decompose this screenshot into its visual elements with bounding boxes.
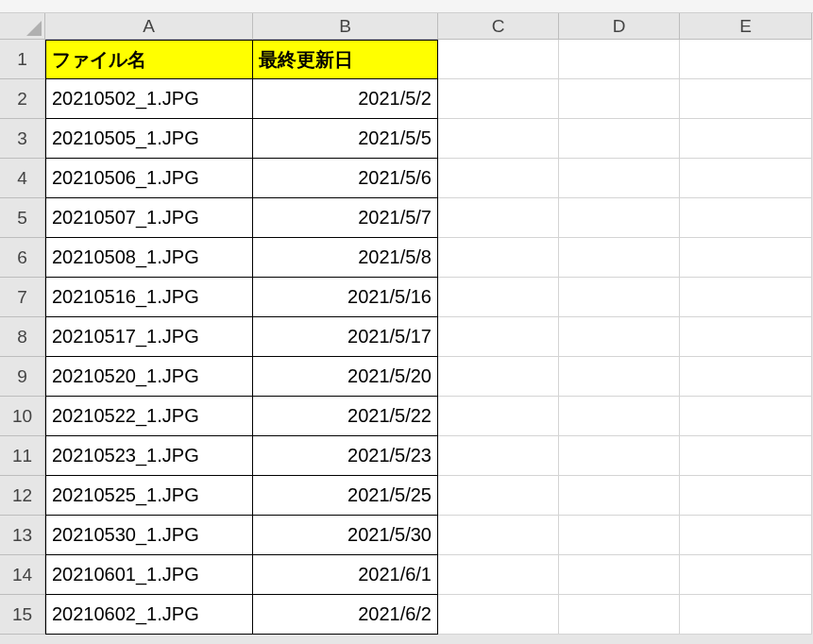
row-header-2[interactable]: 2 bbox=[0, 79, 45, 119]
cell[interactable] bbox=[438, 198, 559, 238]
cell-filename[interactable]: 20210517_1.JPG bbox=[45, 317, 253, 357]
cell[interactable] bbox=[559, 436, 680, 476]
cell[interactable] bbox=[680, 436, 812, 476]
cell-date[interactable]: 2021/6/1 bbox=[253, 555, 438, 595]
cell[interactable] bbox=[438, 40, 559, 79]
cell[interactable] bbox=[680, 516, 812, 555]
cell[interactable] bbox=[559, 555, 680, 595]
column-header-A[interactable]: A bbox=[45, 13, 253, 40]
row-header-5[interactable]: 5 bbox=[0, 198, 45, 238]
column-header-C[interactable]: C bbox=[438, 13, 559, 40]
column-header-B[interactable]: B bbox=[253, 13, 438, 40]
column-header-E[interactable]: E bbox=[680, 13, 812, 40]
cell-filename[interactable]: 20210522_1.JPG bbox=[45, 397, 253, 436]
select-all-corner[interactable] bbox=[0, 13, 45, 40]
row-header-13[interactable]: 13 bbox=[0, 516, 45, 555]
cell[interactable] bbox=[559, 357, 680, 397]
cell-date[interactable]: 2021/5/20 bbox=[253, 357, 438, 397]
cell-filename[interactable]: 20210520_1.JPG bbox=[45, 357, 253, 397]
cell[interactable] bbox=[438, 159, 559, 198]
cell-date[interactable]: 2021/5/23 bbox=[253, 436, 438, 476]
cell-date[interactable]: 2021/5/25 bbox=[253, 476, 438, 516]
cell-filename[interactable]: 20210506_1.JPG bbox=[45, 159, 253, 198]
header-cell-filename[interactable]: ファイル名 bbox=[45, 40, 253, 79]
column-headers: ABCDE bbox=[45, 13, 812, 40]
formula-bar-strip bbox=[0, 0, 813, 13]
cell[interactable] bbox=[438, 357, 559, 397]
cell[interactable] bbox=[680, 159, 812, 198]
cell[interactable] bbox=[680, 476, 812, 516]
cell-filename[interactable]: 20210602_1.JPG bbox=[45, 595, 253, 635]
row-header-11[interactable]: 11 bbox=[0, 436, 45, 476]
cell-filename[interactable]: 20210530_1.JPG bbox=[45, 516, 253, 555]
cell-filename[interactable]: 20210505_1.JPG bbox=[45, 119, 253, 159]
header-cell-date[interactable]: 最終更新日 bbox=[253, 40, 438, 79]
svg-marker-0 bbox=[26, 21, 42, 36]
cell[interactable] bbox=[438, 119, 559, 159]
row-header-4[interactable]: 4 bbox=[0, 159, 45, 198]
cell[interactable] bbox=[438, 238, 559, 278]
cell[interactable] bbox=[438, 555, 559, 595]
cell[interactable] bbox=[438, 79, 559, 119]
cell-date[interactable]: 2021/5/17 bbox=[253, 317, 438, 357]
cell[interactable] bbox=[680, 119, 812, 159]
cell[interactable] bbox=[438, 397, 559, 436]
cell-date[interactable]: 2021/5/16 bbox=[253, 278, 438, 317]
cell[interactable] bbox=[438, 516, 559, 555]
cell-date[interactable]: 2021/5/7 bbox=[253, 198, 438, 238]
cell-filename[interactable]: 20210502_1.JPG bbox=[45, 79, 253, 119]
cell-date[interactable]: 2021/6/2 bbox=[253, 595, 438, 635]
cell-filename[interactable]: 20210508_1.JPG bbox=[45, 238, 253, 278]
cell[interactable] bbox=[559, 198, 680, 238]
cell-date[interactable]: 2021/5/2 bbox=[253, 79, 438, 119]
row-header-9[interactable]: 9 bbox=[0, 357, 45, 397]
cell[interactable] bbox=[559, 40, 680, 79]
cell[interactable] bbox=[438, 278, 559, 317]
cell[interactable] bbox=[438, 317, 559, 357]
cell[interactable] bbox=[680, 397, 812, 436]
cell[interactable] bbox=[438, 595, 559, 635]
cell[interactable] bbox=[559, 317, 680, 357]
cell[interactable] bbox=[559, 119, 680, 159]
cell-filename[interactable]: 20210601_1.JPG bbox=[45, 555, 253, 595]
cell[interactable] bbox=[680, 238, 812, 278]
cell-filename[interactable]: 20210525_1.JPG bbox=[45, 476, 253, 516]
cell-date[interactable]: 2021/5/22 bbox=[253, 397, 438, 436]
cell[interactable] bbox=[559, 595, 680, 635]
cell[interactable] bbox=[559, 159, 680, 198]
cell-filename[interactable]: 20210523_1.JPG bbox=[45, 436, 253, 476]
row-header-10[interactable]: 10 bbox=[0, 397, 45, 436]
cell-date[interactable]: 2021/5/30 bbox=[253, 516, 438, 555]
cell[interactable] bbox=[559, 238, 680, 278]
cell-filename[interactable]: 20210507_1.JPG bbox=[45, 198, 253, 238]
column-header-D[interactable]: D bbox=[559, 13, 680, 40]
cell[interactable] bbox=[559, 79, 680, 119]
cell[interactable] bbox=[559, 278, 680, 317]
cell[interactable] bbox=[680, 198, 812, 238]
cell[interactable] bbox=[680, 317, 812, 357]
cell-filename[interactable]: 20210516_1.JPG bbox=[45, 278, 253, 317]
cell[interactable] bbox=[559, 516, 680, 555]
cell[interactable] bbox=[680, 278, 812, 317]
cell-date[interactable]: 2021/5/8 bbox=[253, 238, 438, 278]
cell[interactable] bbox=[680, 357, 812, 397]
cell-date[interactable]: 2021/5/6 bbox=[253, 159, 438, 198]
cell[interactable] bbox=[438, 436, 559, 476]
cell-date[interactable]: 2021/5/5 bbox=[253, 119, 438, 159]
cell[interactable] bbox=[680, 79, 812, 119]
row-header-14[interactable]: 14 bbox=[0, 555, 45, 595]
row-header-3[interactable]: 3 bbox=[0, 119, 45, 159]
cell[interactable] bbox=[680, 555, 812, 595]
row-header-6[interactable]: 6 bbox=[0, 238, 45, 278]
row-header-15[interactable]: 15 bbox=[0, 595, 45, 635]
cell[interactable] bbox=[680, 40, 812, 79]
row-header-12[interactable]: 12 bbox=[0, 476, 45, 516]
cell[interactable] bbox=[559, 397, 680, 436]
cell[interactable] bbox=[438, 476, 559, 516]
cell[interactable] bbox=[559, 476, 680, 516]
cell[interactable] bbox=[680, 595, 812, 635]
row-header-7[interactable]: 7 bbox=[0, 278, 45, 317]
cell-grid: ファイル名最終更新日20210502_1.JPG2021/5/220210505… bbox=[45, 40, 812, 635]
row-header-1[interactable]: 1 bbox=[0, 40, 45, 79]
row-header-8[interactable]: 8 bbox=[0, 317, 45, 357]
